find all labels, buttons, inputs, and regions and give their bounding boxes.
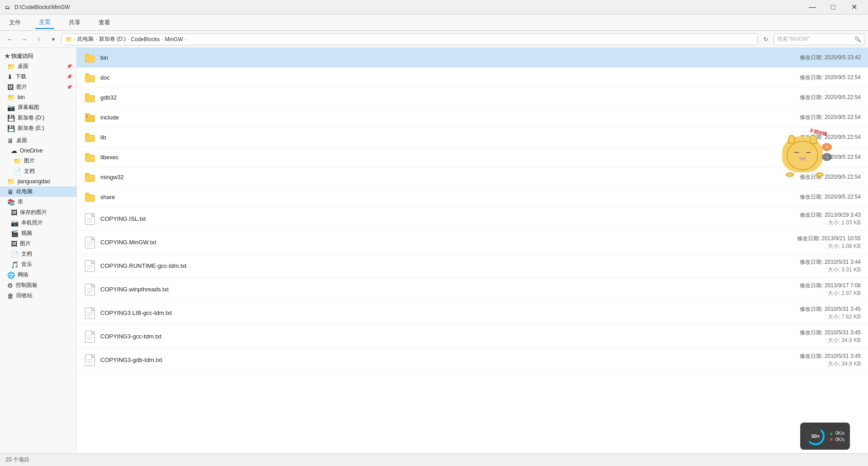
sidebar-quickaccess-header[interactable]: ★ 快速访问: [0, 50, 76, 61]
file-row-doc[interactable]: doc修改日期: 2020/9/5 22:54: [77, 68, 868, 88]
file-meta: 修改日期: 2010/5/31 3:45大小: 34.9 KB: [734, 329, 861, 344]
downloads-icon: ⬇: [7, 73, 13, 81]
back-button[interactable]: ←: [4, 33, 16, 46]
sidebar-item-jianguangdao[interactable]: 📁 jianguangdao: [0, 176, 76, 186]
file-meta: 修改日期: 2013/9/21 10:55大小: 1.08 KB: [734, 235, 861, 250]
ribbon-tab-view[interactable]: 查看: [95, 17, 114, 29]
maximize-button[interactable]: □: [823, 0, 844, 14]
breadcrumb[interactable]: 📁 › 此电脑 › 新加卷 (D:) › CodeBlocks › MinGW …: [61, 33, 758, 45]
file-row-libexec[interactable]: libexec修改日期: 2020/9/5 22:54: [77, 147, 868, 167]
title-bar-path: D:\CodeBlocks\MinGW: [14, 4, 802, 10]
sidebar-item-label: 本机照片: [21, 219, 43, 227]
sidebar-item-label: 屏幕截图: [18, 104, 39, 111]
sidebar-item-label: 网络: [18, 271, 28, 279]
sidebar-item-docs[interactable]: 📄 文档: [0, 166, 76, 176]
up-button[interactable]: ↑: [33, 33, 45, 46]
breadcrumb-computer-label[interactable]: 此电脑: [77, 35, 94, 43]
sidebar-item-onedrive[interactable]: ☁ OneDrive: [0, 146, 76, 156]
sidebar-item-video[interactable]: 🎬 视频: [0, 228, 76, 238]
breadcrumb-d-drive[interactable]: 新加卷 (D:): [99, 35, 126, 43]
sidebar-item-this-pc[interactable]: 🖥 此电脑: [0, 186, 76, 197]
file-name: COPYING.MinGW.txt: [100, 239, 734, 246]
file-name: mingw32: [100, 174, 734, 181]
file-row-mingw32[interactable]: mingw32修改日期: 2020/9/5 22:54: [77, 167, 868, 187]
forward-button[interactable]: →: [18, 33, 31, 46]
sidebar-item-camera[interactable]: 📷 本机照片: [0, 218, 76, 228]
sidebar-item-downloads[interactable]: ⬇ 下载 📌: [0, 71, 76, 82]
file-row-copying-winpthreads-txt[interactable]: COPYING.winpthreads.txt修改日期: 2013/9/17 7…: [77, 278, 868, 301]
download-arrow: ▼: [829, 437, 834, 442]
pictures-icon: 🖼: [7, 84, 14, 91]
breadcrumb-mingw[interactable]: MinGW: [165, 36, 183, 43]
file-row-copying3-lib-gcc-tdm-txt[interactable]: COPYING3.LIB-gcc-tdm.txt修改日期: 2010/5/31 …: [77, 301, 868, 325]
breadcrumb-computer[interactable]: 📁: [66, 36, 72, 43]
file-row-gdb32[interactable]: gdb32修改日期: 2020/9/5 22:54: [77, 88, 868, 108]
sidebar-item-desktop[interactable]: 📁 桌面 📌: [0, 61, 76, 71]
sidebar-item-label: 回收站: [16, 292, 33, 300]
file-meta: 修改日期: 2020/9/5 22:54: [734, 133, 861, 141]
close-button[interactable]: ✕: [844, 0, 864, 14]
sidebar-item-bin[interactable]: 📁 bin: [0, 92, 76, 102]
sidebar-item-pictures2[interactable]: 📁 图片: [0, 156, 76, 166]
search-icon[interactable]: 🔍: [854, 36, 861, 43]
d-drive-icon: 💾: [7, 114, 15, 122]
sidebar-item-control-panel[interactable]: ⚙ 控制面板: [0, 280, 76, 290]
file-icon: [84, 236, 97, 249]
sidebar-item-label: 文档: [24, 167, 35, 175]
pin-icon: 📌: [66, 85, 72, 90]
speed-percent: 50×: [811, 433, 820, 439]
file-row-bin[interactable]: bin修改日期: 2020/9/5 23:42: [77, 48, 868, 68]
music-icon: 🎵: [11, 261, 19, 268]
file-row-lib[interactable]: lib修改日期: 2020/9/5 22:54: [77, 128, 868, 147]
file-name: doc: [100, 74, 734, 81]
search-box[interactable]: 搜索"MinGW" 🔍: [774, 33, 864, 45]
main-layout: ★ 快速访问 📁 桌面 📌 ⬇ 下载 📌 🖼 图片 📌 📁 bin 📷 屏幕截图…: [0, 48, 868, 453]
file-name: bin: [100, 54, 734, 61]
sidebar-item-saved-pics[interactable]: 🖼 保存的图片: [0, 207, 76, 218]
file-meta: 修改日期: 2020/9/5 22:54: [734, 153, 861, 161]
sidebar-item-desktop2[interactable]: 🖥 桌面: [0, 135, 76, 146]
sidebar-item-pictures[interactable]: 🖼 图片 📌: [0, 82, 76, 92]
recent-button[interactable]: ▼: [47, 33, 60, 46]
folder-icon: [84, 52, 97, 64]
saved-pics-icon: 🖼: [11, 209, 17, 216]
library-icon: 📚: [7, 199, 15, 206]
file-row-copying-mingw-txt[interactable]: COPYING.MinGW.txt修改日期: 2013/9/21 10:55大小…: [77, 231, 868, 254]
sidebar-item-library[interactable]: 📚 库: [0, 197, 76, 207]
file-row-copying-isl-txt[interactable]: COPYING.ISL.txt修改日期: 2013/9/29 3:43大小: 1…: [77, 207, 868, 231]
sidebar-item-label: 此电脑: [16, 188, 33, 195]
sidebar-item-e-drive[interactable]: 💾 新加卷 (E:): [0, 123, 76, 133]
file-name: COPYING.RUNTIME-gcc-tdm.txt: [100, 262, 734, 269]
ribbon-tab-file[interactable]: 文件: [5, 17, 24, 29]
sidebar-item-label: 新加卷 (E:): [18, 124, 44, 132]
sidebar-item-network[interactable]: 🌐 网络: [0, 270, 76, 280]
file-row-copying3-gcc-tdm-txt[interactable]: COPYING3-gcc-tdm.txt修改日期: 2010/5/31 3:45…: [77, 325, 868, 348]
sidebar-item-docs2[interactable]: 📄 文档: [0, 249, 76, 259]
title-bar-controls: — □ ✕: [802, 0, 864, 14]
file-name: COPYING.winpthreads.txt: [100, 286, 734, 293]
file-row-share[interactable]: share修改日期: 2020/9/5 22:54: [77, 187, 868, 207]
refresh-button[interactable]: ↻: [760, 33, 772, 46]
sidebar-item-label: 视频: [21, 229, 32, 237]
ribbon-tab-home[interactable]: 主页: [35, 16, 54, 29]
sidebar-item-screenshot[interactable]: 📷 屏幕截图: [0, 102, 76, 113]
video-icon: 🎬: [11, 230, 19, 237]
recycle-icon: 🗑: [7, 292, 14, 300]
pin-icon: 📌: [66, 64, 72, 69]
file-meta: 修改日期: 2020/9/5 22:54: [734, 173, 861, 181]
sidebar-item-recycle[interactable]: 🗑 回收站: [0, 290, 76, 301]
file-icon: [84, 307, 97, 319]
breadcrumb-codeblocks[interactable]: CodeBlocks: [131, 36, 160, 43]
sidebar-item-d-drive[interactable]: 💾 新加卷 (D:): [0, 113, 76, 123]
file-row-copying3-gdb-tdm-txt[interactable]: COPYING3-gdb-tdm.txt修改日期: 2010/5/31 3:45…: [77, 348, 868, 372]
file-row-copying-runtime-gcc-tdm-txt[interactable]: COPYING.RUNTIME-gcc-tdm.txt修改日期: 2010/5/…: [77, 254, 868, 278]
network-icon: 🌐: [7, 271, 15, 279]
ribbon-tab-share[interactable]: 共享: [65, 17, 84, 29]
speed-widget: 50× ▲ 0K/s ▼ 0K/s: [800, 423, 850, 450]
sidebar-item-pictures3[interactable]: 🖼 图片: [0, 238, 76, 249]
sidebar-item-music[interactable]: 🎵 音乐: [0, 259, 76, 270]
folder-icon: [84, 171, 97, 184]
sidebar-item-label: bin: [18, 94, 25, 100]
minimize-button[interactable]: —: [802, 0, 823, 14]
file-row-include[interactable]: i include修改日期: 2020/9/5 22:54: [77, 108, 868, 128]
